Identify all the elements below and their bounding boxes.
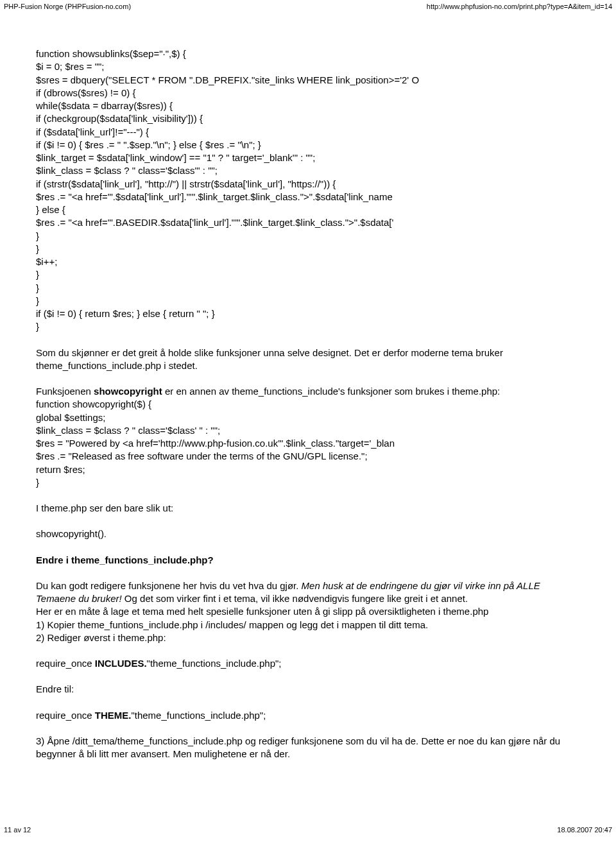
text-line1-after: Og det som virker fint i et tema, vil ik… xyxy=(122,593,468,604)
spacer xyxy=(0,799,616,825)
print-footer: 11 av 12 18.08.2007 20:47 xyxy=(0,825,616,836)
text-line2: Her er en måte å lage et tema med helt s… xyxy=(36,606,488,617)
timestamp: 18.08.2007 20:47 xyxy=(557,826,612,834)
code-block-showcopyright: function showcopyright($) { global $sett… xyxy=(36,398,580,489)
text-before: Funksjoenen xyxy=(36,386,94,397)
req2-before: require_once xyxy=(36,710,95,721)
code-block-showsublinks: function showsublinks($sep="·",$) { $i =… xyxy=(36,47,580,334)
paragraph-change-to: Endre til: xyxy=(36,683,580,696)
req1-bold: INCLUDES. xyxy=(95,658,147,669)
text-line4: 2) Rediger øverst i theme.php: xyxy=(36,632,166,643)
req2-after: "theme_functions_include.php"; xyxy=(131,710,266,721)
req1-before: require_once xyxy=(36,658,95,669)
site-title: PHP-Fusion Norge (PHPFusion-no.com) xyxy=(4,3,131,10)
paragraph-step3: 3) Åpne /ditt_tema/theme_functions_inclu… xyxy=(36,735,580,761)
paragraph-theme-usage: I theme.php ser den bare slik ut: xyxy=(36,502,580,515)
text-bold-showcopyright: showcopyright xyxy=(94,386,162,397)
heading-edit-include: Endre i theme_functions_include.php? xyxy=(36,554,580,567)
text-line3: 1) Kopier theme_funtions_include.php i /… xyxy=(36,619,428,630)
paragraph-explain-design: Som du skjønner er det greit å holde sli… xyxy=(36,347,580,373)
print-header: PHP-Fusion Norge (PHPFusion-no.com) http… xyxy=(0,0,616,12)
code-require-theme: require_once THEME."theme_functions_incl… xyxy=(36,709,580,722)
paragraph-edit-instructions: Du kan godt redigere funksjonene her hvi… xyxy=(36,579,580,644)
text-after: er en annen av theme_functions_include's… xyxy=(162,386,501,397)
paragraph-call-example: showcopyright(). xyxy=(36,528,580,540)
text-line1-before: Du kan godt redigere funksjonene her hvi… xyxy=(36,580,302,591)
code-require-includes: require_once INCLUDES."theme_functions_i… xyxy=(36,657,580,670)
paragraph-showcopyright-intro: Funksjoenen showcopyright er en annen av… xyxy=(36,385,580,489)
req1-after: "theme_functions_include.php"; xyxy=(147,658,282,669)
page-url: http://www.phpfusion-no.com/print.php?ty… xyxy=(427,3,612,10)
req2-bold: THEME. xyxy=(95,710,132,721)
article-content: function showsublinks($sep="·",$) { $i =… xyxy=(0,12,616,799)
page-count: 11 av 12 xyxy=(4,826,31,834)
